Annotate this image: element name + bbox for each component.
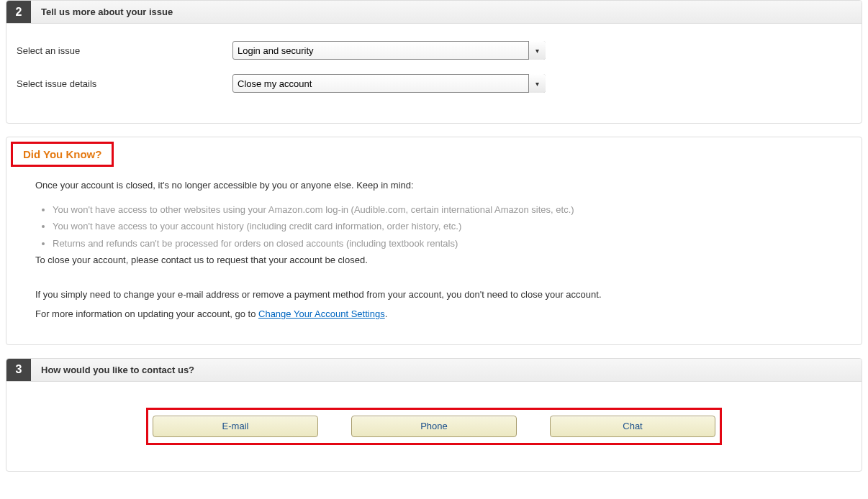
issue-select[interactable]: Login and security bbox=[232, 41, 546, 60]
issue-select-wrap: Login and security ▾ bbox=[232, 41, 546, 60]
issue-details-row: Select issue details Close my account ▾ bbox=[17, 74, 851, 93]
contact-options-frame: E-mail Phone Chat bbox=[146, 408, 722, 445]
step-2-title: Tell us more about your issue bbox=[31, 1, 183, 23]
issue-details-select-wrap: Close my account ▾ bbox=[232, 74, 546, 93]
did-you-know-content: Once your account is closed, it's no lon… bbox=[6, 167, 862, 321]
issue-details-select[interactable]: Close my account bbox=[232, 74, 546, 93]
did-you-know-heading: Did You Know? bbox=[23, 148, 101, 160]
dyk-more-info-suffix: . bbox=[385, 308, 388, 319]
step-2-number: 2 bbox=[6, 1, 31, 23]
step-3-body: E-mail Phone Chat bbox=[6, 382, 862, 471]
dyk-close-line: To close your account, please contact us… bbox=[35, 253, 833, 267]
step-3-number: 3 bbox=[6, 359, 31, 381]
email-button[interactable]: E-mail bbox=[153, 416, 318, 437]
phone-button[interactable]: Phone bbox=[351, 416, 517, 437]
step-2-header: 2 Tell us more about your issue bbox=[6, 1, 862, 24]
did-you-know-box: Did You Know? Once your account is close… bbox=[6, 137, 862, 345]
step-3-header: 3 How would you like to contact us? bbox=[6, 359, 862, 382]
dyk-bullet: Returns and refunds can't be processed f… bbox=[53, 237, 833, 251]
issue-row: Select an issue Login and security ▾ bbox=[17, 41, 851, 60]
dyk-more-info-prefix: For more information on updating your ac… bbox=[35, 308, 258, 319]
step-3-title: How would you like to contact us? bbox=[31, 359, 204, 381]
issue-label: Select an issue bbox=[17, 45, 232, 56]
step-2-section: 2 Tell us more about your issue Select a… bbox=[6, 0, 862, 124]
issue-details-label: Select issue details bbox=[17, 78, 232, 89]
dyk-intro: Once your account is closed, it's no lon… bbox=[35, 178, 833, 193]
step-2-body: Select an issue Login and security ▾ Sel… bbox=[6, 24, 862, 123]
dyk-change-line: If you simply need to change your e-mail… bbox=[35, 288, 833, 302]
step-3-section: 3 How would you like to contact us? E-ma… bbox=[6, 358, 862, 472]
chat-button[interactable]: Chat bbox=[550, 416, 715, 437]
did-you-know-badge: Did You Know? bbox=[11, 142, 114, 167]
dyk-bullet-list: You won't have access to other websites … bbox=[35, 203, 833, 251]
dyk-bullet: You won't have access to your account hi… bbox=[53, 219, 833, 234]
change-account-settings-link[interactable]: Change Your Account Settings bbox=[258, 308, 385, 319]
dyk-bullet: You won't have access to other websites … bbox=[53, 203, 833, 217]
dyk-more-info-line: For more information on updating your ac… bbox=[35, 307, 833, 321]
